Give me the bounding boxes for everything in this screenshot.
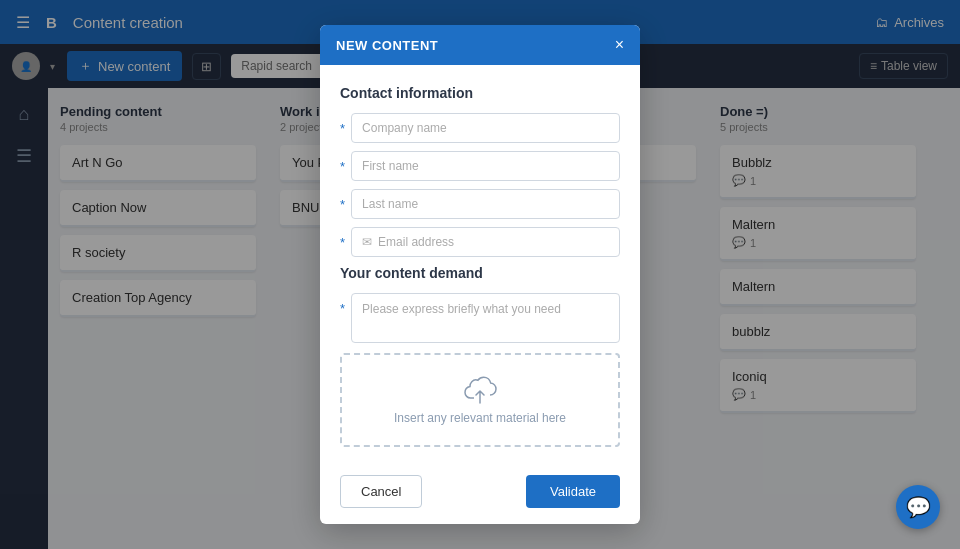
first-name-field: *: [340, 151, 620, 181]
company-name-field: *: [340, 113, 620, 143]
upload-text: Insert any relevant material here: [394, 411, 566, 425]
required-star: *: [340, 121, 345, 136]
chat-icon: 💬: [906, 495, 931, 519]
chat-bubble[interactable]: 💬: [896, 485, 940, 529]
modal-body: Contact information * * * * ✉: [320, 65, 640, 463]
last-name-field: *: [340, 189, 620, 219]
required-star: *: [340, 197, 345, 212]
email-icon: ✉: [362, 235, 372, 249]
required-star: *: [340, 301, 345, 316]
upload-icon: [462, 375, 498, 405]
demand-field: *: [340, 293, 620, 343]
cancel-button[interactable]: Cancel: [340, 475, 422, 508]
demand-section: Your content demand * Insert any relevan…: [340, 265, 620, 447]
email-input[interactable]: [378, 235, 609, 249]
modal-footer: Cancel Validate: [320, 463, 640, 524]
modal-overlay[interactable]: NEW CONTENT × Contact information * * * …: [0, 0, 960, 549]
new-content-modal: NEW CONTENT × Contact information * * * …: [320, 25, 640, 524]
modal-header: NEW CONTENT ×: [320, 25, 640, 65]
required-star: *: [340, 159, 345, 174]
last-name-input[interactable]: [351, 189, 620, 219]
email-field: * ✉: [340, 227, 620, 257]
required-star: *: [340, 235, 345, 250]
validate-button[interactable]: Validate: [526, 475, 620, 508]
modal-close-button[interactable]: ×: [615, 37, 624, 53]
first-name-input[interactable]: [351, 151, 620, 181]
modal-title: NEW CONTENT: [336, 38, 438, 53]
email-wrapper: ✉: [351, 227, 620, 257]
contact-section-title: Contact information: [340, 85, 620, 101]
company-name-input[interactable]: [351, 113, 620, 143]
demand-section-title: Your content demand: [340, 265, 620, 281]
upload-area[interactable]: Insert any relevant material here: [340, 353, 620, 447]
demand-textarea[interactable]: [351, 293, 620, 343]
